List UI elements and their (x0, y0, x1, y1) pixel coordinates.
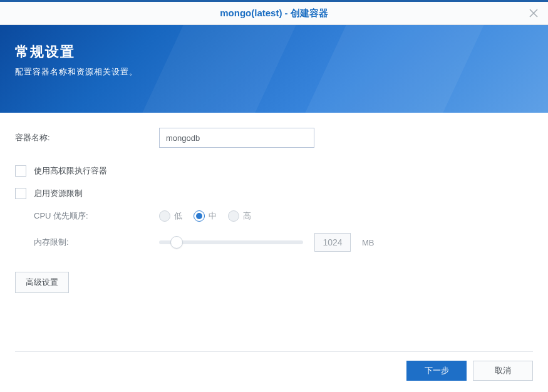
row-enable-limit: 启用资源限制 (15, 188, 533, 199)
row-memory-limit: 内存限制: MB (15, 233, 533, 252)
cpu-radio-mid-label: 中 (209, 210, 217, 222)
close-icon[interactable] (527, 6, 540, 20)
form-content: 容器名称: 使用高权限执行容器 启用资源限制 CPU 优先顺序: 低 中 高 (0, 113, 548, 293)
advanced-settings-button[interactable]: 高级设置 (15, 272, 69, 293)
cpu-priority-label: CPU 优先顺序: (34, 210, 159, 222)
cpu-radio-low-label: 低 (174, 210, 182, 222)
cpu-radio-mid-item[interactable]: 中 (194, 210, 217, 222)
memory-controls: MB (159, 233, 375, 252)
container-name-input[interactable] (159, 128, 314, 148)
cpu-radio-low[interactable] (159, 210, 170, 222)
cpu-radio-mid[interactable] (194, 210, 205, 222)
cpu-radio-high-label: 高 (243, 210, 251, 222)
cpu-priority-group: 低 中 高 (159, 210, 251, 222)
memory-input[interactable] (314, 233, 351, 252)
memory-slider[interactable] (159, 240, 303, 244)
high-privilege-checkbox[interactable] (15, 165, 26, 177)
window-title: mongo(latest) - 创建容器 (220, 8, 328, 19)
header-panel: 常规设置 配置容器名称和资源相关设置。 (0, 25, 548, 113)
titlebar: mongo(latest) - 创建容器 (0, 0, 548, 25)
enable-limit-label: 启用资源限制 (34, 188, 83, 199)
enable-limit-checkbox[interactable] (15, 188, 26, 199)
memory-slider-thumb[interactable] (170, 236, 183, 249)
cpu-radio-low-item[interactable]: 低 (159, 210, 182, 222)
cpu-radio-high-item[interactable]: 高 (228, 210, 251, 222)
row-high-privilege: 使用高权限执行容器 (15, 165, 533, 177)
next-button[interactable]: 下一步 (406, 361, 467, 381)
cpu-radio-high[interactable] (228, 210, 239, 222)
page-title: 常规设置 (15, 43, 533, 61)
cancel-button[interactable]: 取消 (473, 361, 533, 381)
row-container-name: 容器名称: (15, 128, 533, 148)
high-privilege-label: 使用高权限执行容器 (34, 165, 107, 177)
memory-unit: MB (362, 238, 375, 247)
page-description: 配置容器名称和资源相关设置。 (15, 66, 533, 78)
row-cpu-priority: CPU 优先顺序: 低 中 高 (15, 210, 533, 222)
container-name-label: 容器名称: (15, 132, 159, 143)
footer: 下一步 取消 (15, 351, 533, 381)
memory-limit-label: 内存限制: (34, 237, 159, 248)
